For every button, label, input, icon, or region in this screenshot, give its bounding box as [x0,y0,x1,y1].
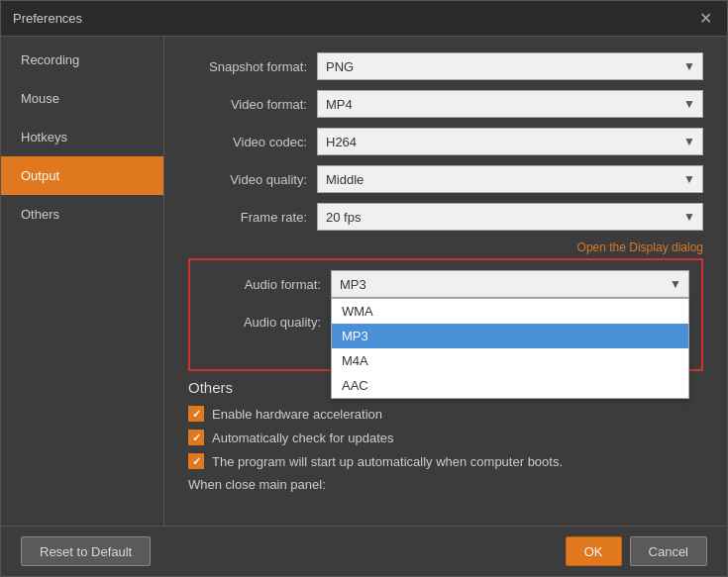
sidebar-item-others[interactable]: Others [1,195,163,234]
reset-button[interactable]: Reset to Default [21,536,151,566]
audio-option-wma[interactable]: WMA [332,299,688,324]
checkbox-updates-label: Automatically check for updates [212,431,394,445]
video-format-label: Video format: [188,97,317,112]
checkbox-hardware[interactable] [188,406,204,422]
video-format-select[interactable]: MP4 [317,90,703,118]
checkbox-row-2: Automatically check for updates [188,430,703,445]
video-codec-wrapper: H264 ▼ [317,128,703,155]
audio-option-aac[interactable]: AAC [332,373,688,398]
cancel-button[interactable]: Cancel [630,536,707,566]
checkbox-row-1: Enable hardware acceleration [188,406,703,422]
checkbox-autostart[interactable] [188,453,204,469]
dialog-title: Preferences [13,11,82,26]
dialog-content: Recording Mouse Hotkeys Output Others Sn… [1,37,727,526]
video-quality-select[interactable]: Middle [317,165,703,193]
video-codec-label: Video codec: [188,135,317,149]
frame-rate-label: Frame rate: [188,210,317,225]
main-content: Snapshot format: PNG ▼ Video format: MP4… [164,37,727,526]
audio-quality-label: Audio quality: [202,315,331,330]
video-codec-row: Video codec: H264 ▼ [188,128,703,155]
video-quality-wrapper: Middle ▼ [317,165,703,193]
footer-right: OK Cancel [566,536,707,566]
video-format-wrapper: MP4 ▼ [317,90,703,118]
snapshot-format-label: Snapshot format: [188,59,317,74]
frame-rate-row: Frame rate: 20 fps ▼ [188,203,703,231]
audio-format-select[interactable]: MP3 [331,270,689,298]
checkbox-hardware-label: Enable hardware acceleration [212,407,382,422]
sidebar-item-recording[interactable]: Recording [1,41,163,79]
footer: Reset to Default OK Cancel [1,526,727,576]
audio-option-m4a[interactable]: M4A [332,348,688,373]
audio-option-mp3[interactable]: MP3 [332,324,688,348]
checkbox-updates[interactable] [188,430,204,445]
sidebar-item-mouse[interactable]: Mouse [1,79,163,118]
sidebar-item-output[interactable]: Output [1,156,163,195]
sidebar: Recording Mouse Hotkeys Output Others [1,37,164,526]
audio-format-dropdown: WMA MP3 M4A AAC [331,298,689,399]
preferences-dialog: Preferences ✕ Recording Mouse Hotkeys Ou… [0,0,728,577]
title-bar: Preferences ✕ [1,1,727,37]
audio-format-row: Audio format: MP3 ▼ WMA MP3 M4A AAC [202,270,689,298]
snapshot-format-wrapper: PNG ▼ [317,52,703,80]
snapshot-format-select[interactable]: PNG [317,52,703,80]
audio-box: Audio format: MP3 ▼ WMA MP3 M4A AAC [188,258,703,371]
checkbox-row-3: The program will start up automatically … [188,453,703,469]
ok-button[interactable]: OK [566,536,622,566]
when-close-label: When close main panel: [188,477,703,492]
sidebar-item-hotkeys[interactable]: Hotkeys [1,118,163,156]
audio-format-label: Audio format: [202,277,331,292]
open-display-link[interactable]: Open the Display dialog [188,240,703,254]
audio-format-wrapper: MP3 ▼ WMA MP3 M4A AAC [331,270,689,298]
video-quality-label: Video quality: [188,172,317,187]
frame-rate-wrapper: 20 fps ▼ [317,203,703,231]
close-button[interactable]: ✕ [695,9,715,29]
frame-rate-select[interactable]: 20 fps [317,203,703,231]
snapshot-format-row: Snapshot format: PNG ▼ [188,52,703,80]
video-codec-select[interactable]: H264 [317,128,703,155]
video-format-row: Video format: MP4 ▼ [188,90,703,118]
video-quality-row: Video quality: Middle ▼ [188,165,703,193]
checkbox-autostart-label: The program will start up automatically … [212,454,563,469]
